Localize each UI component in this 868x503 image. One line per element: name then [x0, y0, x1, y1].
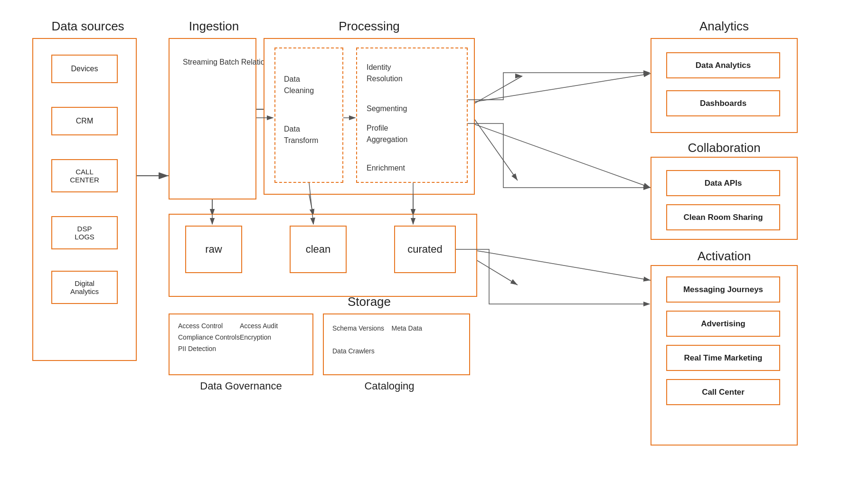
dashboards-btn[interactable]: Dashboards: [666, 90, 780, 116]
call-center-box: CALLCENTER: [51, 159, 118, 192]
svg-line-12: [472, 123, 651, 188]
cataloging-title: Cataloging: [323, 380, 456, 392]
data-sources-box: [32, 38, 137, 361]
svg-line-4: [472, 76, 522, 104]
svg-line-9: [472, 116, 518, 180]
ingestion-title: Ingestion: [170, 19, 258, 34]
activation-title: Activation: [651, 249, 798, 264]
identity-resolution-text: IdentityResolution: [367, 62, 403, 85]
call-center-btn[interactable]: Call Center: [666, 379, 780, 405]
advertising-btn[interactable]: Advertising: [666, 311, 780, 337]
data-transform-text: DataTransform: [284, 123, 318, 146]
diagram-container: Data sources Devices CRM CALLCENTER DSPL…: [0, 0, 868, 503]
dsp-logs-box: DSPLOGS: [51, 216, 118, 249]
cataloging-text: Schema Versions Meta Data Data Crawlers: [332, 323, 422, 357]
data-governance-text: Access Control Compliance Controls PII D…: [178, 321, 240, 354]
curated-box: curated: [394, 226, 456, 273]
clean-box: clean: [290, 226, 347, 273]
data-cleaning-text: DataCleaning: [284, 74, 314, 96]
raw-box: raw: [185, 226, 242, 273]
svg-line-11: [472, 74, 651, 102]
processing-left-dashed: [274, 47, 343, 183]
profile-aggregation-text: ProfileAggregation: [367, 123, 407, 145]
devices-box: Devices: [51, 55, 118, 83]
data-apis-btn[interactable]: Data APIs: [666, 170, 780, 196]
messaging-journeys-btn[interactable]: Messaging Journeys: [666, 276, 780, 303]
segmenting-text: Segmenting: [367, 102, 407, 115]
processing-title: Processing: [264, 19, 475, 34]
analytics-title: Analytics: [651, 19, 798, 34]
data-governance-title: Data Governance: [169, 380, 313, 392]
data-governance-text2: Access Audit Encryption: [240, 321, 278, 343]
collaboration-title: Collaboration: [651, 141, 798, 155]
svg-line-13: [455, 247, 651, 280]
data-sources-title: Data sources: [33, 19, 142, 34]
clean-room-sharing-btn[interactable]: Clean Room Sharing: [666, 204, 780, 230]
real-time-marketing-btn[interactable]: Real Time Marketing: [666, 345, 780, 371]
crm-box: CRM: [51, 107, 118, 135]
enrichment-text: Enrichment: [367, 161, 405, 174]
data-analytics-btn[interactable]: Data Analytics: [666, 52, 780, 78]
digital-analytics-box: DigitalAnalytics: [51, 271, 118, 304]
